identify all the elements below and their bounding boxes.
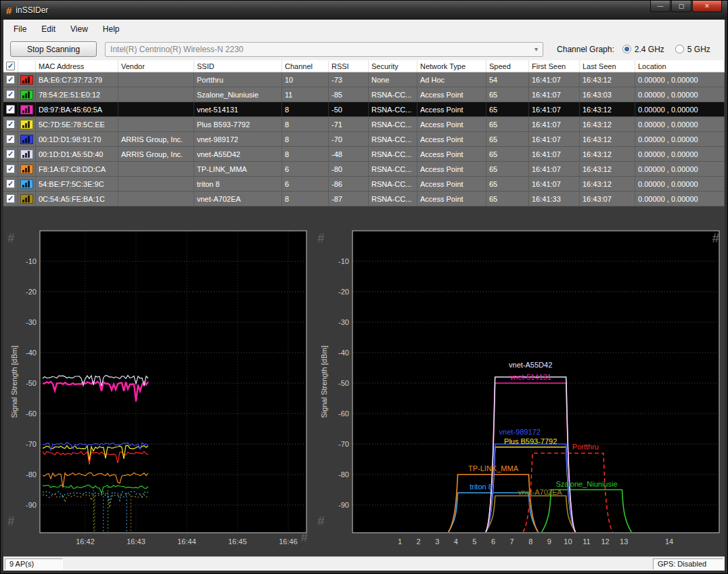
menu-edit[interactable]: Edit — [34, 21, 63, 37]
row-color-cell — [18, 162, 36, 176]
cell-first-seen: 16:41:07 — [529, 147, 580, 161]
menu-file[interactable]: File — [6, 21, 34, 37]
header-color-cell — [18, 60, 36, 72]
header-checkbox-cell[interactable]: ✓ — [3, 60, 18, 72]
signal-strength-icon — [20, 194, 33, 204]
stop-scanning-button[interactable]: Stop Scanning — [10, 41, 97, 57]
column-header-vendor[interactable]: Vendor — [118, 60, 194, 72]
cell-vendor — [118, 177, 194, 191]
table-row[interactable]: ✓BA:E6:C7:37:73:79Portthru10-73NoneAd Ho… — [3, 72, 725, 87]
row-checkbox-cell[interactable]: ✓ — [3, 147, 18, 161]
checkbox[interactable]: ✓ — [6, 105, 15, 114]
signal-strength-icon — [20, 135, 33, 144]
cell-channel: 6 — [282, 177, 329, 191]
column-header-last-seen[interactable]: Last Seen — [580, 60, 635, 72]
svg-text:-80: -80 — [338, 470, 349, 479]
row-checkbox-cell[interactable]: ✓ — [3, 192, 18, 206]
row-checkbox-cell[interactable]: ✓ — [3, 87, 18, 102]
column-header-speed[interactable]: Speed — [486, 60, 529, 72]
cell-first-seen: 16:41:33 — [529, 192, 580, 206]
table-row[interactable]: ✓00:1D:D1:A5:5D:40ARRIS Group, Inc.vnet-… — [3, 147, 725, 162]
table-row[interactable]: ✓D8:97:BA:45:60:5Avnet-5141318-50RSNA-CC… — [3, 102, 725, 117]
svg-text:-90: -90 — [26, 501, 37, 509]
table-row[interactable]: ✓5C:7D:5E:78:5C:EEPlus B593-77928-71RSNA… — [3, 117, 725, 132]
cell-ssid: triton 8 — [194, 177, 282, 191]
band-radio-5-ghz[interactable]: 5 GHz — [675, 45, 710, 54]
menu-help[interactable]: Help — [95, 21, 127, 37]
cell-network-type: Access Point — [417, 162, 486, 176]
column-header-channel[interactable]: Channel — [282, 60, 329, 72]
cell-network-type: Access Point — [417, 132, 486, 146]
cell-channel: 8 — [282, 102, 329, 116]
checkbox[interactable]: ✓ — [6, 90, 15, 99]
cell-speed: 65 — [486, 162, 529, 176]
row-checkbox-cell[interactable]: ✓ — [3, 162, 18, 176]
row-checkbox-cell[interactable]: ✓ — [3, 177, 18, 191]
gps-status: GPS: Disabled — [653, 558, 723, 570]
row-color-cell — [18, 117, 36, 131]
cell-network-type: Ad Hoc — [417, 72, 486, 87]
checkbox[interactable]: ✓ — [6, 179, 15, 188]
column-header-ssid[interactable]: SSID — [194, 60, 282, 72]
svg-text:3: 3 — [435, 537, 439, 546]
column-header-first-seen[interactable]: First Seen — [529, 60, 580, 72]
adapter-select[interactable]: Intel(R) Centrino(R) Wireless-N 2230 ▾ — [105, 42, 543, 57]
cell-rssi: -86 — [329, 177, 369, 191]
signal-strength-icon — [20, 120, 33, 129]
svg-text:-10: -10 — [338, 257, 349, 265]
column-header-security[interactable]: Security — [369, 60, 417, 72]
cell-rssi: -80 — [329, 162, 369, 176]
cell-vendor — [118, 117, 194, 131]
table-row[interactable]: ✓54:BE:F7:5C:3E:9Ctriton 86-86RSNA-CC...… — [3, 177, 725, 192]
checkbox[interactable]: ✓ — [6, 150, 15, 158]
cell-first-seen: 16:41:07 — [529, 87, 580, 102]
signal-strength-icon — [20, 179, 33, 189]
cell-security: RSNA-CC... — [369, 102, 417, 116]
cell-ssid: Portthru — [194, 72, 282, 87]
maximize-button[interactable]: ▢ — [671, 1, 691, 12]
checkbox[interactable]: ✓ — [6, 120, 15, 129]
checkbox[interactable]: ✓ — [6, 194, 15, 203]
row-checkbox-cell[interactable]: ✓ — [3, 102, 18, 116]
cell-last-seen: 16:43:12 — [580, 162, 635, 176]
close-button[interactable]: ✕ — [692, 1, 722, 12]
checkbox[interactable]: ✓ — [6, 164, 15, 173]
table-row[interactable]: ✓0C:54:A5:FE:BA:1Cvnet-A702EA8-87RSNA-CC… — [3, 192, 725, 206]
cell-mac: 54:BE:F7:5C:3E:9C — [36, 177, 118, 191]
time-graph-panel: # # # -10-20-30-40-50-60-70-80-90Signal … — [6, 224, 311, 552]
table-row[interactable]: ✓F8:1A:67:C8:DD:CATP-LINK_MMA6-80RSNA-CC… — [3, 162, 725, 177]
cell-location: 0.00000 , 0.00000 — [635, 132, 725, 146]
checkbox[interactable]: ✓ — [6, 135, 15, 144]
table-row[interactable]: ✓78:54:2E:51:E0:12Szalone_Niuniusie11-85… — [3, 87, 725, 102]
column-header-network-type[interactable]: Network Type — [417, 60, 486, 72]
cell-security: None — [369, 72, 417, 87]
row-checkbox-cell[interactable]: ✓ — [3, 117, 18, 131]
table-row[interactable]: ✓00:1D:D1:98:91:70ARRIS Group, Inc.vnet-… — [3, 132, 725, 147]
chevron-down-icon: ▾ — [534, 45, 538, 53]
signal-strength-icon — [20, 150, 33, 159]
titlebar[interactable]: # inSSIDer — ▢ ✕ — [1, 1, 727, 20]
row-checkbox-cell[interactable]: ✓ — [3, 72, 18, 87]
toolbar: Stop Scanning Intel(R) Centrino(R) Wirel… — [3, 38, 725, 60]
row-checkbox-cell[interactable]: ✓ — [3, 132, 18, 146]
minimize-button[interactable]: — — [650, 1, 670, 12]
checkbox[interactable]: ✓ — [6, 75, 15, 84]
radio-icon[interactable] — [675, 45, 684, 53]
cell-mac: 78:54:2E:51:E0:12 — [36, 87, 118, 102]
column-header-location[interactable]: Location — [635, 60, 725, 72]
checkbox[interactable]: ✓ — [6, 62, 15, 70]
svg-text:10: 10 — [564, 537, 572, 546]
menu-view[interactable]: View — [63, 21, 95, 37]
column-header-rssi[interactable]: RSSI — [329, 60, 369, 72]
signal-strength-icon — [20, 75, 33, 85]
band-radio-2.4-ghz[interactable]: 2.4 GHz — [622, 45, 664, 54]
cell-channel: 8 — [282, 132, 329, 146]
radio-icon[interactable] — [622, 45, 631, 53]
svg-text:Signal Strength [dBm]: Signal Strength [dBm] — [320, 345, 328, 418]
cell-rssi: -87 — [329, 192, 369, 206]
svg-text:-60: -60 — [338, 410, 349, 418]
table-header: ✓MAC AddressVendorSSIDChannelRSSISecurit… — [3, 60, 725, 72]
svg-text:-70: -70 — [338, 440, 349, 448]
column-header-mac-address[interactable]: MAC Address — [36, 60, 118, 72]
cell-vendor — [118, 72, 194, 87]
